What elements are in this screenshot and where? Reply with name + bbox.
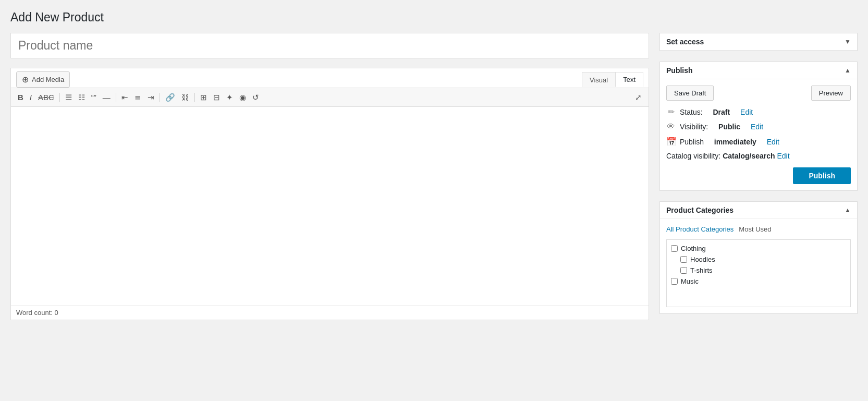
align-center-button[interactable]: ≣ bbox=[132, 91, 144, 103]
page-wrapper: Add New Product ⊕ Add Media Visual Text bbox=[0, 0, 868, 401]
tab-visual[interactable]: Visual bbox=[582, 72, 616, 87]
product-categories-chevron: ▲ bbox=[845, 206, 851, 214]
set-access-title: Set access bbox=[666, 38, 704, 46]
list-item: Hoodies bbox=[671, 254, 846, 265]
publish-time-row: 📅 Publish immediately Edit bbox=[666, 137, 851, 147]
blockquote-button[interactable]: “” bbox=[89, 91, 99, 103]
align-right-button[interactable]: ⇥ bbox=[145, 91, 157, 103]
align-left-button[interactable]: ⇤ bbox=[119, 91, 131, 103]
separator-3 bbox=[160, 93, 160, 102]
page-title: Add New Product bbox=[10, 10, 858, 25]
word-count-label: Word count: bbox=[16, 309, 53, 317]
category-checkbox-clothing[interactable] bbox=[671, 245, 678, 252]
set-access-panel: Set access ▼ bbox=[659, 33, 858, 51]
status-edit-link[interactable]: Edit bbox=[740, 108, 753, 116]
category-label-music: Music bbox=[681, 277, 699, 285]
tab-most-used[interactable]: Most Used bbox=[739, 225, 771, 234]
categories-list-wrapper[interactable]: Clothing Hoodies T-shirts bbox=[666, 239, 851, 307]
set-access-panel-header[interactable]: Set access ▼ bbox=[660, 33, 857, 51]
editor-toolbar: B I ABC ☰ ☷ “” — ⇤ ≣ ⇥ 🔗 ⛓ ⊞ bbox=[11, 88, 649, 107]
add-media-icon: ⊕ bbox=[22, 75, 29, 84]
separator-4 bbox=[194, 93, 195, 102]
separator-2 bbox=[116, 93, 116, 102]
clear-button[interactable]: ✦ bbox=[224, 91, 236, 103]
main-layout: ⊕ Add Media Visual Text B I ABC ☰ ☷ bbox=[10, 33, 858, 324]
category-label-tshirts: T-shirts bbox=[690, 266, 713, 274]
tab-text[interactable]: Text bbox=[615, 72, 643, 87]
list-item: T-shirts bbox=[671, 265, 846, 276]
list-item: Clothing bbox=[671, 243, 846, 254]
view-tabs: Visual Text bbox=[582, 72, 643, 87]
status-icon: ✏ bbox=[666, 107, 676, 117]
catalog-label: Catalog visibility: bbox=[666, 152, 720, 160]
category-tabs: All Product Categories Most Used bbox=[666, 225, 851, 234]
tab-all-categories[interactable]: All Product Categories bbox=[666, 225, 733, 234]
editor-body[interactable] bbox=[11, 107, 649, 305]
publish-time-value: immediately bbox=[714, 138, 756, 146]
strikethrough-button[interactable]: ABC bbox=[35, 91, 57, 103]
table-button[interactable]: ⊞ bbox=[198, 91, 210, 103]
refresh-button[interactable]: ↺ bbox=[250, 91, 262, 103]
category-label-hoodies: Hoodies bbox=[690, 256, 715, 263]
unordered-list-button[interactable]: ☰ bbox=[63, 91, 75, 103]
publish-panel-body: Save Draft Preview ✏ Status: Draft Edit … bbox=[660, 79, 857, 190]
set-access-chevron: ▼ bbox=[845, 38, 851, 45]
code-button[interactable]: ◉ bbox=[237, 91, 249, 103]
category-checkbox-music[interactable] bbox=[671, 278, 678, 285]
add-media-label: Add Media bbox=[32, 76, 64, 83]
visibility-icon: 👁 bbox=[666, 122, 676, 131]
preview-button[interactable]: Preview bbox=[811, 86, 851, 101]
publish-panel: Publish ▲ Save Draft Preview ✏ Status: D… bbox=[659, 62, 858, 191]
product-categories-body: All Product Categories Most Used Clothin… bbox=[660, 219, 857, 313]
publish-actions: Save Draft Preview bbox=[666, 86, 851, 101]
category-checkbox-hoodies[interactable] bbox=[680, 256, 687, 263]
product-name-input[interactable] bbox=[10, 33, 649, 58]
product-categories-panel: Product Categories ▲ All Product Categor… bbox=[659, 201, 858, 314]
wp-table-button[interactable]: ⊟ bbox=[211, 91, 223, 103]
publish-time-label: Publish bbox=[680, 138, 704, 146]
category-label-clothing: Clothing bbox=[681, 245, 706, 252]
category-checkbox-tshirts[interactable] bbox=[680, 267, 687, 274]
status-value: Draft bbox=[713, 108, 730, 116]
catalog-row: Catalog visibility: Catalog/search Edit bbox=[666, 152, 851, 160]
product-categories-header[interactable]: Product Categories ▲ bbox=[660, 202, 857, 219]
catalog-edit-link[interactable]: Edit bbox=[777, 152, 789, 160]
product-categories-title: Product Categories bbox=[666, 206, 733, 214]
publish-button[interactable]: Publish bbox=[793, 167, 851, 184]
status-label: Status: bbox=[680, 108, 703, 116]
hr-button[interactable]: — bbox=[100, 91, 113, 103]
publish-info: ✏ Status: Draft Edit 👁 Visibility: Publi… bbox=[666, 107, 851, 160]
ordered-list-button[interactable]: ☷ bbox=[76, 91, 88, 103]
visibility-edit-link[interactable]: Edit bbox=[751, 123, 763, 131]
categories-list: Clothing Hoodies T-shirts bbox=[667, 240, 850, 290]
bold-button[interactable]: B bbox=[15, 91, 26, 103]
catalog-value: Catalog/search bbox=[723, 152, 775, 160]
italic-button[interactable]: I bbox=[27, 91, 34, 103]
visibility-value: Public bbox=[718, 123, 740, 131]
separator-1 bbox=[59, 93, 60, 102]
publish-title: Publish bbox=[666, 66, 693, 75]
unlink-button[interactable]: ⛓ bbox=[179, 91, 192, 103]
save-draft-button[interactable]: Save Draft bbox=[666, 86, 714, 101]
editor-topbar: ⊕ Add Media Visual Text bbox=[11, 68, 649, 88]
publish-time-icon: 📅 bbox=[666, 137, 676, 147]
fullscreen-button[interactable]: ⤢ bbox=[632, 91, 644, 103]
visibility-label: Visibility: bbox=[680, 123, 708, 131]
publish-btn-row: Publish bbox=[666, 167, 851, 184]
status-row: ✏ Status: Draft Edit bbox=[666, 107, 851, 117]
main-content: ⊕ Add Media Visual Text B I ABC ☰ ☷ bbox=[10, 33, 649, 320]
editor-container: ⊕ Add Media Visual Text B I ABC ☰ ☷ bbox=[10, 68, 649, 320]
visibility-row: 👁 Visibility: Public Edit bbox=[666, 122, 851, 131]
word-count-value: 0 bbox=[54, 309, 58, 317]
sidebar: Set access ▼ Publish ▲ Save Draft Previe… bbox=[659, 33, 858, 324]
publish-panel-header[interactable]: Publish ▲ bbox=[660, 62, 857, 79]
list-item: Music bbox=[671, 276, 846, 287]
publish-chevron: ▲ bbox=[845, 67, 851, 74]
publish-time-edit-link[interactable]: Edit bbox=[767, 138, 779, 146]
add-media-button[interactable]: ⊕ Add Media bbox=[16, 71, 70, 88]
link-button[interactable]: 🔗 bbox=[163, 91, 178, 103]
editor-footer: Word count: 0 bbox=[11, 305, 649, 320]
